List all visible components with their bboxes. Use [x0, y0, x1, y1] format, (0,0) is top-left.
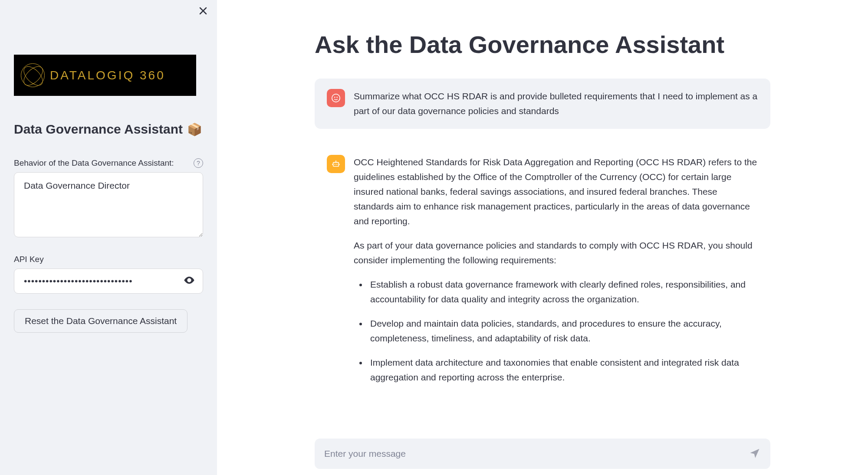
robot-icon [331, 159, 341, 169]
svg-point-0 [332, 94, 340, 102]
assistant-avatar [327, 155, 345, 173]
assistant-bullet-list: Establish a robust data governance frame… [354, 277, 758, 385]
list-item: Implement data architecture and taxonomi… [368, 355, 758, 385]
logo-mark-icon [21, 63, 45, 87]
assistant-paragraph: As part of your data governance policies… [354, 238, 758, 268]
api-key-label: API Key [14, 255, 203, 264]
list-item: Develop and maintain data policies, stan… [368, 316, 758, 346]
chat-input[interactable] [324, 449, 749, 459]
behavior-textarea[interactable] [14, 172, 203, 237]
close-sidebar-button[interactable] [198, 5, 208, 18]
page-title: Ask the Data Governance Assistant [315, 30, 770, 59]
svg-point-5 [336, 164, 337, 165]
user-face-icon [331, 93, 341, 103]
api-key-input-wrap [14, 269, 203, 294]
sidebar-title-text: Data Governance Assistant [14, 122, 183, 137]
assistant-message: OCC Heightened Standards for Risk Data A… [315, 144, 770, 405]
logo-text: DATALOGIQ 360 [50, 69, 165, 82]
api-key-input[interactable] [14, 269, 203, 294]
svg-point-4 [335, 164, 335, 165]
reset-button[interactable]: Reset the Data Governance Assistant [14, 309, 187, 333]
package-icon: 📦 [187, 122, 202, 137]
svg-rect-3 [333, 162, 339, 166]
assistant-paragraph: OCC Heightened Standards for Risk Data A… [354, 155, 758, 229]
user-message-text: Summarize what OCC HS RDAR is and provid… [354, 89, 758, 118]
list-item: Establish a robust data governance frame… [368, 277, 758, 307]
send-icon [749, 447, 761, 459]
sidebar-title: Data Governance Assistant 📦 [14, 122, 203, 137]
sidebar: DATALOGIQ 360 Data Governance Assistant … [0, 0, 217, 475]
message-list: Summarize what OCC HS RDAR is and provid… [315, 79, 770, 405]
main-content: Ask the Data Governance Assistant Summar… [217, 0, 868, 475]
behavior-field-row: Behavior of the Data Governance Assistan… [14, 158, 203, 168]
behavior-label: Behavior of the Data Governance Assistan… [14, 158, 174, 168]
eye-icon [183, 274, 195, 286]
send-button[interactable] [749, 447, 761, 461]
user-avatar [327, 89, 345, 107]
user-message: Summarize what OCC HS RDAR is and provid… [315, 79, 770, 129]
assistant-message-body: OCC Heightened Standards for Risk Data A… [354, 155, 758, 394]
logo: DATALOGIQ 360 [14, 55, 196, 96]
show-password-button[interactable] [183, 274, 195, 288]
svg-point-1 [334, 97, 335, 98]
close-icon [198, 6, 208, 16]
svg-point-2 [337, 97, 338, 98]
chat-input-bar [315, 439, 770, 469]
help-icon[interactable]: ? [194, 158, 203, 168]
